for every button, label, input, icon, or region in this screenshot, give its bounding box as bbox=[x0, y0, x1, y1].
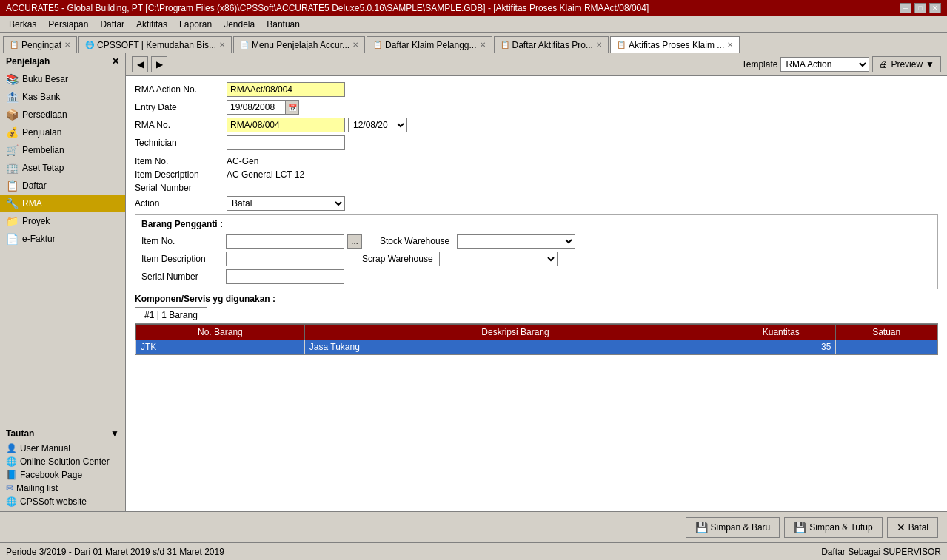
menu-aktifitas[interactable]: Aktifitas bbox=[130, 18, 173, 31]
tautan-mailing[interactable]: ✉ Mailing list bbox=[6, 482, 119, 495]
action-select[interactable]: Batal Perbaikan Ganti Baru Lainnya bbox=[227, 196, 345, 211]
tautan-online-solution[interactable]: 🌐 Online Solution Center bbox=[6, 455, 119, 468]
tab-daftar-aktifitas-icon: 📋 bbox=[501, 41, 509, 49]
rma-action-no-input[interactable] bbox=[227, 82, 345, 97]
batal-button[interactable]: ✕ Batal bbox=[887, 517, 938, 538]
table-row[interactable]: JTK Jasa Tukang 35 bbox=[136, 340, 937, 354]
tab-pengingat[interactable]: 📋 Pengingat ✕ bbox=[3, 36, 77, 53]
item-no-row: Item No. AC-Gen bbox=[135, 156, 938, 166]
daftar-icon: 📋 bbox=[6, 180, 18, 192]
menu-daftar[interactable]: Daftar bbox=[94, 18, 130, 31]
tautan-label-cpssoft: CPSSoft website bbox=[20, 496, 87, 507]
sidebar-item-kas-bank[interactable]: 🏦 Kas Bank bbox=[0, 88, 125, 106]
status-period: Periode 3/2019 - Dari 01 Maret 2019 s/d … bbox=[6, 547, 224, 557]
tautan-cpssoft[interactable]: 🌐 CPSSoft website bbox=[6, 495, 119, 508]
buku-besar-icon: 📚 bbox=[6, 73, 18, 85]
sidebar-item-pembelian[interactable]: 🛒 Pembelian bbox=[0, 141, 125, 159]
komponen-section: Komponen/Servis yg digunakan : #1 | 1 Ba… bbox=[135, 294, 938, 355]
tab-cpssoft[interactable]: 🌐 CPSSOFT | Kemudahan Bis... ✕ bbox=[78, 36, 232, 53]
sidebar: Penjelajah ✕ 📚 Buku Besar 🏦 Kas Bank 📦 P… bbox=[0, 53, 126, 511]
menu-bantuan[interactable]: Bantuan bbox=[261, 18, 306, 31]
sidebar-item-penjualan[interactable]: 💰 Penjualan bbox=[0, 124, 125, 141]
bp-item-desc-input[interactable] bbox=[226, 252, 344, 266]
maximize-btn[interactable]: □ bbox=[914, 3, 926, 13]
sidebar-close-icon[interactable]: ✕ bbox=[112, 56, 119, 67]
rma-no-label: RMA No. bbox=[135, 120, 224, 130]
item-info-section: Item No. AC-Gen Item Description AC Gene… bbox=[135, 156, 938, 211]
item-description-row: Item Description AC General LCT 12 bbox=[135, 169, 938, 180]
rma-no-input[interactable] bbox=[227, 118, 345, 132]
comp-tab-btn[interactable]: #1 | 1 Barang bbox=[135, 307, 207, 323]
bp-stock-warehouse-select[interactable] bbox=[457, 234, 575, 249]
item-description-label: Item Description bbox=[135, 169, 224, 180]
title-bar: ACCURATE5 - Global Building, PT [C:\Prog… bbox=[0, 0, 947, 16]
tautan-header[interactable]: Tautan ▼ bbox=[6, 425, 119, 442]
close-btn[interactable]: ✕ bbox=[929, 3, 941, 13]
bp-serial-row: Serial Number bbox=[141, 269, 931, 284]
preview-label: Preview bbox=[891, 59, 923, 70]
sidebar-item-proyek[interactable]: 📁 Proyek bbox=[0, 212, 125, 230]
minimize-btn[interactable]: ─ bbox=[900, 3, 911, 13]
col-no-barang: No. Barang bbox=[136, 325, 305, 340]
tautan-collapse-icon[interactable]: ▼ bbox=[110, 428, 119, 439]
rma-no-date-select[interactable]: 12/08/20 bbox=[348, 118, 407, 132]
bp-serial-label: Serial Number bbox=[141, 271, 223, 282]
sidebar-label-persediaan: Persediaan bbox=[22, 109, 67, 120]
back-button[interactable]: ◀ bbox=[132, 56, 148, 72]
tab-cpssoft-close[interactable]: ✕ bbox=[219, 41, 225, 49]
sidebar-item-daftar[interactable]: 📋 Daftar bbox=[0, 177, 125, 195]
preview-button[interactable]: 🖨 Preview ▼ bbox=[872, 56, 941, 72]
comp-tab-bar: #1 | 1 Barang bbox=[135, 307, 938, 323]
tab-daftar-aktifitas-close[interactable]: ✕ bbox=[596, 41, 602, 49]
technician-label: Technician bbox=[135, 138, 224, 148]
template-label: Template bbox=[742, 59, 778, 70]
entry-date-picker[interactable]: 📅 bbox=[286, 100, 299, 115]
sidebar-item-buku-besar[interactable]: 📚 Buku Besar bbox=[0, 70, 125, 88]
tab-cpssoft-icon: 🌐 bbox=[85, 41, 94, 49]
sidebar-item-aset-tetap[interactable]: 🏢 Aset Tetap bbox=[0, 159, 125, 177]
entry-date-input[interactable] bbox=[227, 100, 286, 115]
tab-pengingat-close[interactable]: ✕ bbox=[64, 41, 70, 49]
tab-menu-penjelajah[interactable]: 📄 Menu Penjelajah Accur... ✕ bbox=[233, 36, 365, 53]
menu-laporan[interactable]: Laporan bbox=[173, 18, 218, 31]
simpan-tutup-button[interactable]: 💾 Simpan & Tutup bbox=[784, 517, 882, 538]
bp-item-no-label: Item No. bbox=[141, 236, 223, 246]
cell-kuantitas: 35 bbox=[726, 340, 836, 354]
technician-row: Technician bbox=[135, 135, 938, 150]
menu-berkas[interactable]: Berkas bbox=[3, 18, 42, 31]
sidebar-label-buku-besar: Buku Besar bbox=[22, 74, 68, 84]
bp-item-no-lookup[interactable]: … bbox=[347, 234, 362, 249]
komponen-title: Komponen/Servis yg digunakan : bbox=[135, 294, 938, 304]
tautan-label-user-manual: User Manual bbox=[20, 443, 70, 453]
tautan-user-manual[interactable]: 👤 User Manual bbox=[6, 442, 119, 455]
serial-number-row: Serial Number bbox=[135, 183, 938, 193]
bp-item-no-input[interactable] bbox=[226, 234, 344, 249]
bp-scrap-warehouse-select[interactable] bbox=[439, 252, 558, 266]
tab-menu-close[interactable]: ✕ bbox=[352, 41, 358, 49]
tautan-label-mailing: Mailing list bbox=[16, 483, 58, 493]
menu-persiapan[interactable]: Persiapan bbox=[42, 18, 94, 31]
technician-input[interactable] bbox=[227, 135, 345, 150]
tab-pengingat-icon: 📋 bbox=[10, 41, 19, 49]
bp-serial-input[interactable] bbox=[226, 269, 344, 284]
col-satuan: Satuan bbox=[836, 325, 937, 340]
simpan-baru-button[interactable]: 💾 Simpan & Baru bbox=[686, 517, 780, 538]
cell-satuan bbox=[836, 340, 937, 354]
tab-aktifitas-proses-close[interactable]: ✕ bbox=[727, 41, 733, 49]
cell-no-barang: JTK bbox=[136, 340, 305, 354]
simpan-tutup-icon: 💾 bbox=[794, 522, 806, 533]
tab-daftar-klaim-close[interactable]: ✕ bbox=[480, 41, 486, 49]
sidebar-item-persediaan[interactable]: 📦 Persediaan bbox=[0, 106, 125, 124]
content-area: ◀ ▶ Template RMA Action 🖨 Preview ▼ RMA … bbox=[126, 53, 947, 511]
forward-button[interactable]: ▶ bbox=[151, 56, 167, 72]
menu-jendela[interactable]: Jendela bbox=[218, 18, 261, 31]
template-select[interactable]: RMA Action bbox=[780, 57, 869, 72]
sidebar-item-e-faktur[interactable]: 📄 e-Faktur bbox=[0, 230, 125, 248]
komponen-table: No. Barang Deskripsi Barang Kuantitas Sa… bbox=[135, 324, 937, 354]
tab-aktifitas-proses[interactable]: 📋 Aktifitas Proses Klaim ... ✕ bbox=[610, 36, 740, 53]
persediaan-icon: 📦 bbox=[6, 109, 18, 121]
tautan-facebook[interactable]: 📘 Facebook Page bbox=[6, 468, 119, 482]
tab-daftar-aktifitas[interactable]: 📋 Daftar Aktifitas Pro... ✕ bbox=[494, 36, 609, 53]
sidebar-item-rma[interactable]: 🔧 RMA bbox=[0, 195, 125, 212]
tab-daftar-klaim[interactable]: 📋 Daftar Klaim Pelangg... ✕ bbox=[367, 36, 492, 53]
